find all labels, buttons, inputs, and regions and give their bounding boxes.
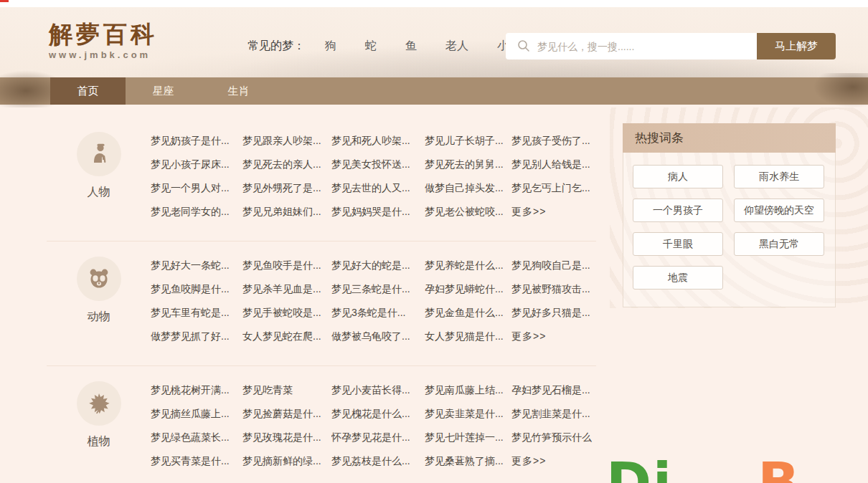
person-icon bbox=[77, 132, 121, 176]
hot-tag-button[interactable]: 一个男孩子 bbox=[633, 199, 723, 222]
category-plants[interactable]: 植物 bbox=[47, 371, 151, 469]
common-dream-link[interactable]: 狗 bbox=[325, 39, 336, 54]
dream-link[interactable]: 梦见鱼咬脚是什... bbox=[151, 282, 242, 297]
dream-link[interactable]: 做梦自己掉头发... bbox=[425, 181, 511, 196]
common-dream-link[interactable]: 老人 bbox=[445, 39, 468, 54]
dream-link[interactable]: 梦见车里有蛇是... bbox=[151, 305, 242, 320]
dream-link[interactable]: 梦见玫瑰花是什... bbox=[242, 430, 331, 445]
main-nav: 首页 星座 生肖 bbox=[0, 77, 868, 105]
nav-item-home[interactable]: 首页 bbox=[50, 77, 126, 105]
common-dream-link[interactable]: 鱼 bbox=[405, 39, 417, 54]
dream-link[interactable]: 做梦被乌龟咬了... bbox=[331, 329, 425, 344]
dream-link[interactable]: 梦见去世的人又... bbox=[331, 181, 425, 196]
dream-link[interactable]: 梦见三条蛇是什... bbox=[331, 282, 425, 297]
dream-link[interactable]: 梦见妈妈哭是什... bbox=[331, 204, 425, 219]
dream-link[interactable]: 梦见买青菜是什... bbox=[151, 454, 242, 469]
dream-link[interactable]: 梦见七叶莲掉一... bbox=[425, 430, 511, 445]
category-label: 人物 bbox=[47, 185, 151, 200]
dream-link[interactable]: 梦见乞丐上门乞... bbox=[511, 181, 596, 196]
dream-link[interactable]: 怀孕梦见花是什... bbox=[331, 430, 425, 445]
top-strip bbox=[0, 0, 868, 7]
hot-tag-button[interactable]: 千里眼 bbox=[633, 232, 723, 256]
dream-link[interactable]: 梦见奶孩子是什... bbox=[151, 133, 242, 148]
dream-link[interactable]: 梦见杀羊见血是... bbox=[242, 282, 331, 297]
watermark-green-letters: Di bbox=[606, 451, 673, 483]
dream-link[interactable]: 梦见被野猫攻击... bbox=[511, 282, 596, 297]
logo-url: www.jmbk.com bbox=[49, 49, 158, 60]
dream-link[interactable]: 梦见老公被蛇咬... bbox=[425, 204, 511, 219]
search-bar: 马上解梦 bbox=[506, 33, 836, 59]
nav-item-constellation[interactable]: 星座 bbox=[126, 77, 201, 105]
dream-link[interactable]: 梦见槐花是什么... bbox=[331, 406, 425, 421]
more-link-plants[interactable]: 更多>> bbox=[511, 454, 596, 469]
hot-search-panel: 病人 雨水养生 一个男孩子 仰望傍晚的天空 千里眼 黑白无常 地震 bbox=[623, 153, 836, 307]
dream-link[interactable]: 孕妇梦见石榴是... bbox=[511, 383, 596, 398]
site-logo[interactable]: 解夢百科 www.jmbk.com bbox=[49, 21, 158, 60]
dream-link[interactable]: 梦见和死人吵架... bbox=[331, 133, 425, 148]
category-animals[interactable]: 动物 bbox=[47, 247, 151, 344]
dream-link[interactable]: 梦见好大的蛇是... bbox=[331, 258, 425, 273]
hot-tag-button[interactable]: 雨水养生 bbox=[734, 165, 824, 188]
dream-link[interactable]: 女人梦见蛇在爬... bbox=[242, 329, 331, 344]
dream-link[interactable]: 梦见摘丝瓜藤上... bbox=[151, 406, 242, 421]
links-grid-plants: 更多>> 梦见桃花树开满... 梦见吃青菜 梦见小麦苗长得... 梦见南瓜藤上结… bbox=[151, 371, 596, 469]
dream-link[interactable]: 梦见死去的舅舅... bbox=[425, 157, 511, 172]
search-icon bbox=[517, 39, 530, 52]
dream-link[interactable]: 做梦梦见抓了好... bbox=[151, 329, 242, 344]
category-people[interactable]: 人物 bbox=[47, 122, 151, 219]
more-link-animals[interactable]: 更多>> bbox=[511, 329, 596, 344]
dream-link[interactable]: 梦见美女投怀送... bbox=[331, 157, 425, 172]
dream-link[interactable]: 梦见儿子长胡子... bbox=[425, 133, 511, 148]
links-grid-people: 更多>> 梦见奶孩子是什... 梦见跟亲人吵架... 梦见和死人吵架... 梦见… bbox=[151, 122, 596, 219]
section-plants: 植物 更多>> 梦见桃花树开满... 梦见吃青菜 梦见小麦苗长得... 梦见南瓜… bbox=[47, 371, 596, 469]
dream-link[interactable]: 梦见小麦苗长得... bbox=[331, 383, 425, 398]
dream-link[interactable]: 梦见鱼咬手是什... bbox=[242, 258, 331, 273]
dream-link[interactable]: 梦见跟亲人吵架... bbox=[242, 133, 331, 148]
dream-link[interactable]: 梦见桃花树开满... bbox=[151, 383, 242, 398]
dream-link[interactable]: 梦见卖韭菜是什... bbox=[425, 406, 511, 421]
hot-tag-button[interactable]: 病人 bbox=[633, 165, 723, 188]
dream-link[interactable]: 梦见南瓜藤上结... bbox=[425, 383, 511, 398]
dream-link[interactable]: 孕妇梦见蟒蛇什... bbox=[425, 282, 511, 297]
dream-link[interactable]: 梦见兄弟姐妹们... bbox=[242, 204, 331, 219]
dream-link[interactable]: 梦见老同学女的... bbox=[151, 204, 242, 219]
dream-link[interactable]: 梦见外甥死了是... bbox=[242, 181, 331, 196]
hot-tag-button[interactable]: 黑白无常 bbox=[734, 232, 824, 256]
dream-link[interactable]: 梦见捡蘑菇是什... bbox=[242, 406, 331, 421]
common-dreams-label: 常见的梦： bbox=[247, 39, 305, 54]
category-label: 植物 bbox=[47, 434, 151, 449]
dream-link[interactable]: 梦见小孩子尿床... bbox=[151, 157, 242, 172]
dream-link[interactable]: 梦见荔枝是什么... bbox=[331, 454, 425, 469]
dream-link[interactable]: 梦见手被蛇咬是... bbox=[242, 305, 331, 320]
dream-link[interactable]: 梦见一个男人对... bbox=[151, 181, 242, 196]
logo-title: 解夢百科 bbox=[49, 21, 158, 47]
dream-link[interactable]: 梦见割韭菜是什... bbox=[511, 406, 596, 421]
hot-tag-button[interactable]: 仰望傍晚的天空 bbox=[734, 199, 824, 222]
section-divider bbox=[47, 365, 596, 366]
dream-link[interactable]: 梦见金鱼是什么... bbox=[425, 305, 511, 320]
search-input[interactable] bbox=[506, 33, 757, 59]
search-box bbox=[506, 33, 757, 59]
dream-link[interactable]: 梦见3条蛇是什... bbox=[331, 305, 425, 320]
dream-link[interactable]: 梦见狗咬自己是... bbox=[511, 258, 596, 273]
dream-link[interactable]: 梦见别人给钱是... bbox=[511, 157, 596, 172]
dream-link[interactable]: 梦见好多只猫是... bbox=[511, 305, 596, 320]
search-button[interactable]: 马上解梦 bbox=[757, 33, 836, 59]
dream-link[interactable]: 梦见竹笋预示什么 bbox=[511, 430, 596, 445]
dream-link[interactable]: 梦见桑葚熟了摘... bbox=[425, 454, 511, 469]
hot-search-sidebar: 热搜词条 病人 雨水养生 一个男孩子 仰望傍晚的天空 千里眼 黑白无常 地震 bbox=[623, 123, 836, 307]
hot-tag-button[interactable]: 地震 bbox=[633, 266, 723, 290]
common-dream-link[interactable]: 蛇 bbox=[365, 39, 377, 54]
dream-link[interactable]: 梦见死去的亲人... bbox=[242, 157, 331, 172]
dream-link[interactable]: 梦见绿色蔬菜长... bbox=[151, 430, 242, 445]
more-link-people[interactable]: 更多>> bbox=[511, 204, 596, 219]
links-grid-animals: 更多>> 梦见好大一条蛇... 梦见鱼咬手是什... 梦见好大的蛇是... 梦见… bbox=[151, 247, 596, 344]
nav-item-zodiac[interactable]: 生肖 bbox=[201, 77, 276, 105]
dream-link[interactable]: 梦见孩子受伤了... bbox=[511, 133, 596, 148]
dream-link[interactable]: 梦见好大一条蛇... bbox=[151, 258, 242, 273]
watermark-orange-letter: B bbox=[758, 451, 801, 483]
dream-link[interactable]: 梦见摘新鲜的绿... bbox=[242, 454, 331, 469]
dream-link[interactable]: 梦见养蛇是什么... bbox=[425, 258, 511, 273]
dream-link[interactable]: 女人梦见猫是什... bbox=[425, 329, 511, 344]
dream-link[interactable]: 梦见吃青菜 bbox=[242, 383, 331, 398]
